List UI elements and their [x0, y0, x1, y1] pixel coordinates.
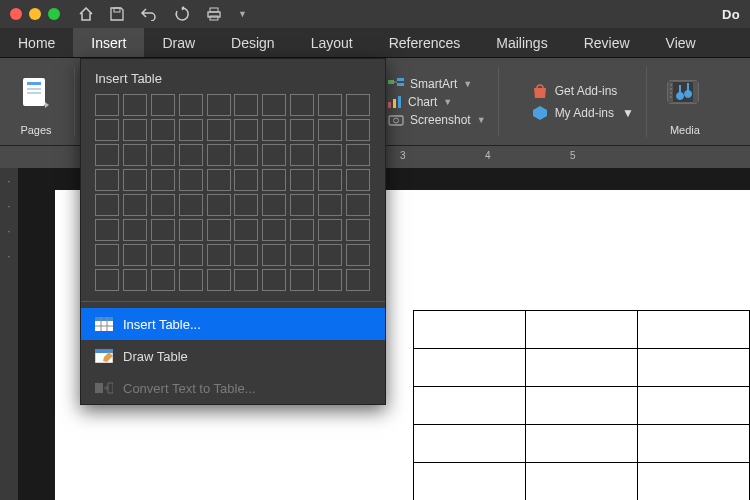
grid-cell[interactable] [95, 94, 119, 116]
tab-references[interactable]: References [371, 28, 479, 57]
grid-cell[interactable] [346, 169, 370, 191]
grid-cell[interactable] [151, 219, 175, 241]
grid-cell[interactable] [95, 194, 119, 216]
grid-cell[interactable] [234, 144, 258, 166]
save-icon[interactable] [110, 7, 124, 21]
tab-view[interactable]: View [648, 28, 714, 57]
grid-cell[interactable] [318, 219, 342, 241]
grid-cell[interactable] [234, 169, 258, 191]
grid-cell[interactable] [123, 194, 147, 216]
grid-cell[interactable] [262, 194, 286, 216]
get-addins-button[interactable]: Get Add-ins [531, 83, 634, 99]
repeat-icon[interactable] [174, 6, 190, 22]
grid-cell[interactable] [290, 194, 314, 216]
grid-cell[interactable] [290, 169, 314, 191]
insert-table-dialog-item[interactable]: Insert Table... [81, 308, 385, 340]
grid-cell[interactable] [290, 219, 314, 241]
document-table[interactable] [413, 310, 750, 500]
tab-draw[interactable]: Draw [144, 28, 213, 57]
grid-cell[interactable] [262, 94, 286, 116]
grid-cell[interactable] [318, 244, 342, 266]
grid-cell[interactable] [346, 119, 370, 141]
grid-cell[interactable] [262, 269, 286, 291]
zoom-window-button[interactable] [48, 8, 60, 20]
grid-cell[interactable] [207, 194, 231, 216]
grid-cell[interactable] [262, 219, 286, 241]
grid-cell[interactable] [207, 94, 231, 116]
draw-table-item[interactable]: Draw Table [81, 340, 385, 372]
tab-mailings[interactable]: Mailings [478, 28, 565, 57]
grid-cell[interactable] [123, 269, 147, 291]
grid-cell[interactable] [346, 269, 370, 291]
grid-cell[interactable] [262, 119, 286, 141]
grid-cell[interactable] [346, 219, 370, 241]
chart-button[interactable]: Chart▼ [388, 95, 486, 109]
grid-cell[interactable] [290, 119, 314, 141]
tab-home[interactable]: Home [0, 28, 73, 57]
grid-cell[interactable] [179, 169, 203, 191]
grid-cell[interactable] [151, 94, 175, 116]
grid-cell[interactable] [123, 219, 147, 241]
grid-cell[interactable] [123, 244, 147, 266]
grid-cell[interactable] [262, 169, 286, 191]
grid-cell[interactable] [207, 219, 231, 241]
media-group[interactable]: Media [659, 68, 711, 136]
print-icon[interactable] [206, 7, 222, 21]
grid-cell[interactable] [179, 244, 203, 266]
grid-cell[interactable] [95, 219, 119, 241]
grid-cell[interactable] [179, 144, 203, 166]
minimize-window-button[interactable] [29, 8, 41, 20]
grid-cell[interactable] [290, 94, 314, 116]
grid-cell[interactable] [207, 119, 231, 141]
vertical-ruler[interactable]: ···· [0, 168, 18, 500]
grid-cell[interactable] [234, 94, 258, 116]
grid-cell[interactable] [123, 144, 147, 166]
grid-cell[interactable] [95, 144, 119, 166]
grid-cell[interactable] [318, 94, 342, 116]
tab-layout[interactable]: Layout [293, 28, 371, 57]
grid-cell[interactable] [290, 244, 314, 266]
grid-cell[interactable] [151, 169, 175, 191]
grid-cell[interactable] [95, 269, 119, 291]
grid-cell[interactable] [179, 269, 203, 291]
grid-cell[interactable] [179, 194, 203, 216]
grid-cell[interactable] [346, 144, 370, 166]
grid-cell[interactable] [207, 169, 231, 191]
grid-cell[interactable] [290, 269, 314, 291]
undo-icon[interactable] [140, 7, 158, 21]
grid-cell[interactable] [151, 144, 175, 166]
grid-cell[interactable] [179, 119, 203, 141]
grid-cell[interactable] [318, 119, 342, 141]
grid-cell[interactable] [123, 119, 147, 141]
grid-cell[interactable] [151, 269, 175, 291]
home-qat-icon[interactable] [78, 7, 94, 21]
grid-cell[interactable] [234, 219, 258, 241]
screenshot-button[interactable]: Screenshot▼ [388, 113, 486, 127]
grid-cell[interactable] [318, 269, 342, 291]
grid-cell[interactable] [151, 194, 175, 216]
grid-cell[interactable] [262, 144, 286, 166]
grid-cell[interactable] [234, 244, 258, 266]
grid-cell[interactable] [234, 119, 258, 141]
grid-cell[interactable] [151, 244, 175, 266]
tab-design[interactable]: Design [213, 28, 293, 57]
grid-cell[interactable] [346, 244, 370, 266]
close-window-button[interactable] [10, 8, 22, 20]
grid-cell[interactable] [234, 194, 258, 216]
grid-cell[interactable] [123, 169, 147, 191]
grid-cell[interactable] [290, 144, 314, 166]
grid-cell[interactable] [207, 144, 231, 166]
grid-cell[interactable] [318, 144, 342, 166]
grid-cell[interactable] [234, 269, 258, 291]
grid-cell[interactable] [318, 169, 342, 191]
grid-cell[interactable] [318, 194, 342, 216]
smartart-button[interactable]: SmartArt▼ [388, 77, 486, 91]
grid-cell[interactable] [95, 169, 119, 191]
qat-more-icon[interactable]: ▼ [238, 9, 247, 19]
pages-group[interactable]: Pages [10, 68, 62, 136]
grid-cell[interactable] [346, 194, 370, 216]
grid-cell[interactable] [262, 244, 286, 266]
my-addins-button[interactable]: My Add-ins▼ [531, 105, 634, 121]
grid-cell[interactable] [95, 119, 119, 141]
tab-review[interactable]: Review [566, 28, 648, 57]
